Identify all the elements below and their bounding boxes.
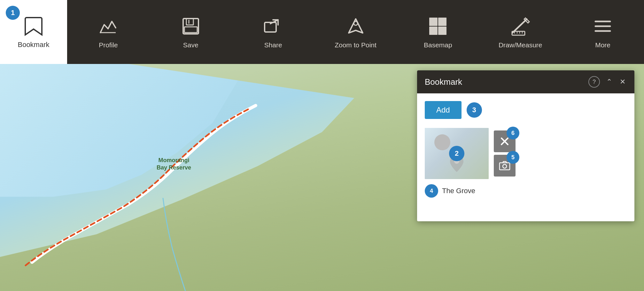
toolbar-item-draw-measure[interactable]: Draw/Measure xyxy=(479,0,562,64)
bookmark-controls: 6 xyxy=(494,130,516,177)
toolbar: 1 Bookmark Profile xyxy=(0,0,644,64)
delete-btn-container: 6 xyxy=(494,130,516,152)
add-badge: 3 xyxy=(467,102,482,118)
item-badge: 2 xyxy=(449,146,464,161)
svg-point-7 xyxy=(354,21,358,25)
more-label: More xyxy=(595,41,610,49)
draw-measure-label: Draw/Measure xyxy=(499,41,542,49)
zoom-to-point-icon xyxy=(345,15,367,37)
bookmark-name-row: 4 The Grove xyxy=(425,184,627,198)
bookmark-thumbnail-container: 2 xyxy=(425,128,489,179)
toolbar-item-more[interactable]: More xyxy=(562,0,644,64)
bookmark-panel-header: Bookmark ? ⌃ ✕ xyxy=(417,70,634,93)
bookmark-label: Bookmark xyxy=(18,41,49,49)
bookmark-collapse-button[interactable]: ⌃ xyxy=(605,76,613,87)
bookmark-panel-title: Bookmark xyxy=(425,77,588,87)
profile-icon xyxy=(97,15,120,37)
bookmark-item-wrapper: 2 xyxy=(425,128,627,214)
svg-rect-1 xyxy=(183,19,198,34)
more-icon xyxy=(592,15,614,37)
svg-rect-3 xyxy=(184,27,197,33)
bookmark-panel-actions: ? ⌃ ✕ xyxy=(588,76,627,88)
toolbar-item-share[interactable]: Share xyxy=(232,0,314,64)
basemap-icon xyxy=(427,15,449,37)
toolbar-item-basemap[interactable]: Basemap xyxy=(397,0,479,64)
svg-rect-8 xyxy=(429,18,438,26)
save-label: Save xyxy=(183,41,198,49)
svg-rect-24 xyxy=(500,163,510,170)
bookmark-help-button[interactable]: ? xyxy=(588,76,600,88)
bookmark-badge: 1 xyxy=(6,6,20,20)
toolbar-bookmark-item[interactable]: 1 Bookmark xyxy=(0,0,67,64)
basemap-label: Basemap xyxy=(424,41,452,49)
svg-rect-2 xyxy=(186,19,193,25)
bookmark-add-button[interactable]: Add xyxy=(425,101,462,119)
toolbar-items: Profile Save Sh xyxy=(67,0,644,64)
thumbnail-circle xyxy=(434,134,450,150)
bookmark-add-section: Add 3 xyxy=(425,101,627,119)
bookmark-panel-body: Add 3 2 xyxy=(417,93,634,221)
delete-badge: 6 xyxy=(507,127,519,139)
share-label: Share xyxy=(264,41,282,49)
share-icon xyxy=(262,15,284,37)
toolbar-item-save[interactable]: Save xyxy=(150,0,232,64)
svg-line-12 xyxy=(513,19,527,33)
profile-label: Profile xyxy=(99,41,118,49)
svg-rect-11 xyxy=(438,27,446,35)
svg-rect-10 xyxy=(429,27,438,35)
toolbar-item-profile[interactable]: Profile xyxy=(67,0,150,64)
bookmark-icon xyxy=(24,15,43,37)
zoom-to-point-label: Zoom to Point xyxy=(335,41,376,49)
draw-measure-icon xyxy=(509,15,531,37)
save-icon xyxy=(180,15,202,37)
bookmark-close-button[interactable]: ✕ xyxy=(618,76,627,87)
toolbar-item-zoom-to-point[interactable]: Zoom to Point xyxy=(314,0,397,64)
photo-badge: 5 xyxy=(507,151,519,164)
photo-btn-container: 5 xyxy=(494,155,516,177)
bookmark-name: The Grove xyxy=(442,187,475,195)
bookmark-panel: Bookmark ? ⌃ ✕ Add 3 xyxy=(417,70,634,221)
svg-point-25 xyxy=(503,164,507,168)
svg-rect-9 xyxy=(438,18,446,26)
name-badge: 4 xyxy=(425,184,438,198)
bookmark-item: 2 xyxy=(425,128,627,179)
map-area: Momorangi Bay Reserve Bookmark ? ⌃ ✕ Add… xyxy=(0,64,644,291)
